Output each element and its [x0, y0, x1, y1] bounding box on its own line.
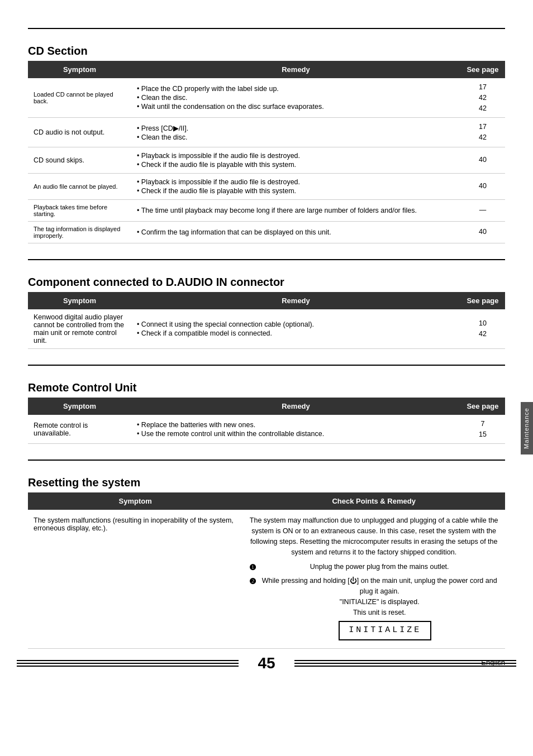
step-2: ❷While pressing and holding [⏻] on the m… [248, 576, 499, 640]
remote-col-symptom: Symptom [28, 398, 131, 415]
remedy-cell: Confirm the tag information that can be … [131, 221, 460, 243]
list-item: Connect it using the special connection … [137, 320, 455, 329]
reset-col-symptom: Symptom [28, 492, 242, 510]
list-item: Clean the disc. [137, 133, 455, 142]
list-item: Place the CD properly with the label sid… [137, 84, 455, 93]
daudio-col-remedy: Remedy [131, 292, 460, 309]
symptom-cell: An audio file cannot be played. [28, 173, 131, 199]
page-cell: 40 [460, 147, 505, 173]
reset-section: Resetting the system Symptom Check Point… [28, 460, 505, 649]
initialize-display: INITIALIZE [339, 621, 431, 640]
remote-table: Symptom Remedy See page Remote control i… [28, 398, 505, 444]
table-row: An audio file cannot be played.Playback … [28, 173, 505, 199]
remedy-cell: Playback is impossible if the audio file… [131, 173, 460, 199]
remote-col-seepage: See page [460, 398, 505, 415]
remedy-cell: The time until playback may become long … [131, 199, 460, 221]
list-item: Check if the audio file is playable with… [137, 186, 455, 195]
list-item: Check if the audio file is playable with… [137, 160, 455, 169]
symptom-cell: The tag information is displayed imprope… [28, 221, 131, 243]
remedy-cell: The system may malfunction due to unplug… [242, 510, 505, 648]
table-row: CD audio is not output.Press [CD▶/II].Cl… [28, 118, 505, 147]
reset-col-remedy: Check Points & Remedy [242, 492, 505, 510]
cd-col-remedy: Remedy [131, 61, 460, 78]
step-1: ❶Unplug the power plug from the mains ou… [248, 562, 499, 573]
remedy-cell: Replace the batteries with new ones.Use … [131, 415, 460, 444]
symptom-cell: Remote control is unavailable. [28, 415, 131, 444]
symptom-cell: CD audio is not output. [28, 118, 131, 147]
page-cell: 174242 [460, 78, 505, 118]
symptom-cell: CD sound skips. [28, 147, 131, 173]
list-item: The time until playback may become long … [137, 206, 455, 215]
cd-col-seepage: See page [460, 61, 505, 78]
step-2-content: While pressing and holding [⏻] on the ma… [259, 576, 499, 640]
symptom-cell: Loaded CD cannot be played back. [28, 78, 131, 118]
footer: 45 [0, 654, 533, 672]
page-cell: 1042 [460, 309, 505, 349]
side-tab: Maintenance [521, 402, 533, 454]
page-cell: 40 [460, 221, 505, 243]
list-item: Use the remote control unit within the c… [137, 429, 455, 438]
list-item: Playback is impossible if the audio file… [137, 178, 455, 186]
reset-table: Symptom Check Points & Remedy The system… [28, 492, 505, 649]
list-item: Press [CD▶/II]. [137, 123, 455, 133]
remedy-cell: Place the CD properly with the label sid… [131, 78, 460, 118]
daudio-section-title: Component connected to D.AUDIO IN connec… [28, 276, 505, 289]
page-number: 45 [250, 654, 283, 672]
symptom-cell: The system malfunctions (resulting in in… [28, 510, 242, 648]
symptom-cell: Kenwood digital audio player cannot be c… [28, 309, 131, 349]
symptom-cell: Playback takes time before starting. [28, 199, 131, 221]
remedy-cell: Playback is impossible if the audio file… [131, 147, 460, 173]
remedy-cell: Connect it using the special connection … [131, 309, 460, 349]
page-cell: 1742 [460, 118, 505, 147]
page-cell: — [460, 199, 505, 221]
table-row: Loaded CD cannot be played back.Place th… [28, 78, 505, 118]
cd-col-symptom: Symptom [28, 61, 131, 78]
remote-col-remedy: Remedy [131, 398, 460, 415]
table-row: Remote control is unavailable.Replace th… [28, 415, 505, 444]
list-item: Wait until the condensation on the disc … [137, 102, 455, 111]
footer-line-1 [17, 660, 239, 661]
page-cell: 40 [460, 173, 505, 199]
cd-section-title: CD Section [28, 45, 505, 58]
daudio-col-seepage: See page [460, 292, 505, 309]
footer-line-3 [17, 666, 239, 667]
cd-section: CD Section Symptom Remedy See page Loade… [28, 28, 505, 243]
table-row: The tag information is displayed imprope… [28, 221, 505, 243]
footer-lines-left [0, 660, 250, 667]
table-row: The system malfunctions (resulting in in… [28, 510, 505, 648]
list-item: Playback is impossible if the audio file… [137, 151, 455, 160]
list-item: Clean the disc. [137, 93, 455, 102]
table-row: Playback takes time before starting.The … [28, 199, 505, 221]
footer-line-2 [17, 663, 239, 664]
footer-language: English [481, 658, 505, 667]
remedy-cell: Press [CD▶/II].Clean the disc. [131, 118, 460, 147]
daudio-section: Component connected to D.AUDIO IN connec… [28, 259, 505, 349]
page-cell: 715 [460, 415, 505, 444]
table-row: CD sound skips.Playback is impossible if… [28, 147, 505, 173]
table-row: Kenwood digital audio player cannot be c… [28, 309, 505, 349]
remote-section-title: Remote Control Unit [28, 381, 505, 394]
list-item: Confirm the tag information that can be … [137, 228, 455, 237]
list-item: Check if a compatible model is connected… [137, 329, 455, 338]
remote-section: Remote Control Unit Symptom Remedy See p… [28, 365, 505, 444]
list-item: Replace the batteries with new ones. [137, 420, 455, 429]
cd-table: Symptom Remedy See page Loaded CD cannot… [28, 61, 505, 243]
remedy-paragraph: The system may malfunction due to unplug… [248, 515, 499, 557]
page-container: CD Section Symptom Remedy See page Loade… [0, 0, 533, 682]
reset-section-title: Resetting the system [28, 476, 505, 489]
daudio-table: Symptom Remedy See page Kenwood digital … [28, 292, 505, 349]
step-1-content: Unplug the power plug from the mains out… [259, 562, 499, 572]
daudio-col-symptom: Symptom [28, 292, 131, 309]
